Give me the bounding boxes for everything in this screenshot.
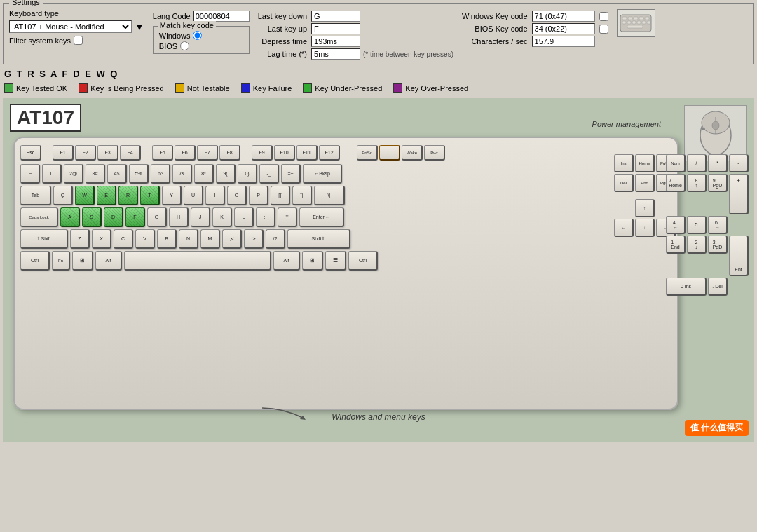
key-f4[interactable]: F4 (120, 145, 141, 161)
key-ctrl-left[interactable]: Ctrl (20, 251, 50, 271)
key-f3[interactable]: F3 (97, 145, 118, 161)
key-g[interactable]: G (147, 207, 167, 227)
key-comma[interactable]: ,< (222, 229, 242, 249)
depress-time-input[interactable] (311, 36, 360, 47)
key-c[interactable]: C (114, 229, 133, 249)
key-i[interactable]: I (205, 186, 225, 205)
key-num-minus[interactable]: - (729, 154, 749, 172)
bios-key-code-input[interactable] (532, 23, 595, 34)
key-caps[interactable]: Caps Lock (20, 207, 58, 227)
windows-radio[interactable] (193, 31, 202, 40)
key-win-left[interactable]: ⊞ (72, 251, 93, 271)
key-up[interactable]: ↑ (635, 199, 655, 217)
key-u[interactable]: U (184, 186, 203, 205)
key-9[interactable]: 9( (216, 164, 236, 184)
key-6[interactable]: 6^ (151, 164, 170, 184)
key-win-right[interactable]: ⊞ (302, 251, 323, 271)
key-semicolon[interactable]: ;: (256, 207, 275, 227)
key-w[interactable]: W (75, 186, 95, 205)
key-k[interactable]: K (212, 207, 232, 227)
key-space[interactable] (124, 251, 271, 271)
last-key-up-input[interactable] (311, 23, 360, 34)
key-rbracket[interactable]: ]} (292, 186, 312, 205)
key-0[interactable]: 0) (238, 164, 257, 184)
key-num9[interactable]: 9PgU (708, 174, 728, 192)
key-prtsc[interactable]: PrtSc (357, 145, 378, 161)
key-t[interactable]: T (140, 186, 160, 205)
key-num-slash[interactable]: / (687, 154, 707, 172)
key-8[interactable]: 8* (194, 164, 214, 184)
key-period[interactable]: .> (244, 229, 264, 249)
key-v[interactable]: V (135, 229, 155, 249)
key-alt-left[interactable]: Alt (95, 251, 122, 271)
key-f11[interactable]: F11 (296, 145, 318, 161)
key-fn[interactable]: Fn (52, 251, 70, 271)
win-key-code-input[interactable] (532, 11, 595, 22)
key-num0[interactable]: 0 Ins (666, 278, 707, 296)
chars-sec-input[interactable] (532, 36, 595, 47)
key-delete[interactable]: Del (614, 174, 634, 192)
last-key-down-input[interactable] (311, 11, 360, 22)
key-lbracket[interactable]: [{ (271, 186, 290, 205)
key-shift-left[interactable]: ⇧Shift (20, 229, 68, 249)
key-5[interactable]: 5% (129, 164, 149, 184)
key-backspace[interactable]: ←Bksp (303, 164, 342, 184)
key-num2[interactable]: 2↓ (687, 236, 707, 254)
key-down[interactable]: ↓ (635, 219, 655, 237)
key-tab[interactable]: Tab (20, 186, 51, 205)
key-3[interactable]: 3# (86, 164, 105, 184)
key-l[interactable]: L (234, 207, 254, 227)
key-f6[interactable]: F6 (175, 145, 196, 161)
key-numlock[interactable]: Num (666, 154, 686, 172)
key-f7[interactable]: F7 (197, 145, 218, 161)
key-f10[interactable]: F10 (274, 145, 295, 161)
key-insert[interactable]: Ins (614, 154, 634, 172)
key-m[interactable]: M (200, 229, 220, 249)
key-num3[interactable]: 3PgD (708, 236, 728, 254)
key-e[interactable]: E (97, 186, 116, 205)
key-1[interactable]: 1! (42, 164, 62, 184)
key-num-del[interactable]: . Del (708, 278, 728, 296)
key-q[interactable]: Q (53, 186, 73, 205)
key-x[interactable]: X (92, 229, 111, 249)
key-shift-right[interactable]: Shift⇧ (287, 229, 350, 249)
key-equals[interactable]: =+ (281, 164, 301, 184)
key-7[interactable]: 7& (172, 164, 192, 184)
key-wake[interactable]: Wake (402, 145, 423, 161)
key-num7[interactable]: 7Home (666, 174, 686, 192)
keyboard-type-select[interactable]: AT107 + Mouse - Modified (9, 20, 132, 33)
key-num8[interactable]: 8↑ (687, 174, 707, 192)
key-f[interactable]: F (125, 207, 145, 227)
key-menu[interactable]: ☰ (325, 251, 346, 271)
key-f2[interactable]: F2 (75, 145, 96, 161)
key-p[interactable]: P (249, 186, 268, 205)
key-d[interactable]: D (104, 207, 123, 227)
key-alt-right[interactable]: Alt (273, 251, 300, 271)
key-2[interactable]: 2@ (64, 164, 83, 184)
key-num1[interactable]: 1End (666, 236, 686, 254)
key-backtick[interactable]: `~ (20, 164, 40, 184)
key-4[interactable]: 4$ (107, 164, 127, 184)
key-esc[interactable]: Esc (20, 145, 41, 161)
key-a[interactable]: A (60, 207, 80, 227)
key-num4[interactable]: 4← (666, 216, 686, 234)
key-minus[interactable]: -_ (259, 164, 279, 184)
key-z[interactable]: Z (70, 229, 90, 249)
key-n[interactable]: N (179, 229, 198, 249)
key-f1[interactable]: F1 (53, 145, 74, 161)
key-f5[interactable]: F5 (152, 145, 173, 161)
filter-system-keys-checkbox[interactable] (74, 36, 83, 45)
key-f8[interactable]: F8 (219, 145, 240, 161)
key-h[interactable]: H (169, 207, 189, 227)
key-sleep[interactable] (379, 145, 400, 161)
key-num-asterisk[interactable]: * (708, 154, 728, 172)
key-b[interactable]: B (157, 229, 177, 249)
key-s[interactable]: S (82, 207, 102, 227)
lang-code-input[interactable]: 00000804 (193, 11, 250, 22)
bios-key-code-checkbox[interactable] (599, 25, 608, 34)
key-num6[interactable]: 6→ (708, 216, 728, 234)
win-key-code-checkbox[interactable] (599, 12, 608, 21)
lag-time-input[interactable] (311, 48, 360, 60)
key-y[interactable]: Y (162, 186, 182, 205)
key-num-enter[interactable]: Ent (729, 236, 749, 276)
